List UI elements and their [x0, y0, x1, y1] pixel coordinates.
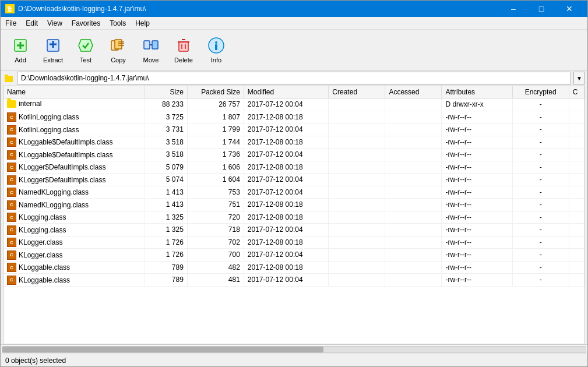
toolbar: Add Extract Test — [1, 30, 587, 70]
table-row[interactable]: C KLoggable.class7894822017-12-08 00:18-… — [3, 261, 585, 274]
extract-button[interactable]: Extract — [38, 32, 68, 68]
file-created-cell — [329, 161, 385, 174]
svg-rect-8 — [115, 40, 122, 49]
table-row[interactable]: internal88 23326 7572017-07-12 00:04D dr… — [3, 98, 585, 111]
status-bar: 0 object(s) selected — [1, 354, 587, 366]
table-row[interactable]: C KotlinLogging.class3 7311 7992017-07-1… — [3, 123, 585, 136]
menu-file[interactable]: File — [1, 18, 21, 29]
move-label: Move — [143, 57, 159, 63]
info-button[interactable]: Info — [201, 32, 231, 68]
delete-label: Delete — [174, 57, 193, 63]
copy-label: Copy — [111, 57, 126, 63]
file-name-cell: C NamedKLogging.class — [7, 188, 89, 197]
table-row[interactable]: C KotlinLogging.class3 7251 8072017-12-0… — [3, 111, 585, 123]
file-packed-cell: 700 — [187, 249, 244, 262]
file-name-cell: C KLogger$DefaultImpls.class — [7, 163, 105, 172]
delete-icon — [174, 36, 193, 55]
file-created-cell — [329, 199, 385, 211]
copy-button[interactable]: Copy — [103, 32, 133, 68]
table-row[interactable]: C KLogger.class1 7267022017-12-08 00:18-… — [3, 236, 585, 249]
table-row[interactable]: C NamedKLogging.class1 4137512017-12-08 … — [3, 199, 585, 211]
file-created-cell — [329, 224, 385, 237]
col-header-attributes[interactable]: Attributes — [442, 86, 512, 98]
menu-bar: File Edit View Favorites Tools Help — [1, 17, 587, 30]
col-header-c[interactable]: C — [569, 86, 584, 98]
file-size-cell: 5 074 — [145, 174, 188, 186]
extract-icon — [44, 36, 62, 55]
file-modified-cell: 2017-07-12 00:04 — [244, 98, 329, 111]
class-icon: C — [7, 263, 16, 272]
file-c-cell — [569, 236, 584, 249]
table-row[interactable]: C KLogging.class1 3257202017-12-08 00:18… — [3, 211, 585, 224]
address-dropdown[interactable]: ▼ — [573, 72, 585, 84]
file-attributes-cell: -rw-r--r-- — [442, 174, 512, 186]
main-window: 🗜 D:\Downloads\kotlin-logging-1.4.7.jar\… — [0, 0, 588, 367]
svg-rect-16 — [179, 42, 188, 51]
col-header-accessed[interactable]: Accessed — [385, 86, 442, 98]
file-c-cell — [569, 211, 584, 224]
file-encrypted-cell: - — [512, 199, 569, 211]
minimize-button[interactable]: – — [500, 1, 527, 17]
class-icon: C — [7, 276, 16, 285]
class-icon: C — [7, 225, 16, 235]
col-header-packed[interactable]: Packed Size — [187, 86, 244, 98]
file-encrypted-cell: - — [512, 123, 569, 136]
table-row[interactable]: C KLoggable$DefaultImpls.class3 5181 744… — [3, 136, 585, 149]
col-header-name[interactable]: Name — [3, 86, 145, 98]
col-header-encrypted[interactable]: Encrypted — [512, 86, 569, 98]
menu-edit[interactable]: Edit — [21, 18, 43, 29]
address-bar-icon — [3, 72, 15, 84]
table-row[interactable]: C KLoggable.class7894812017-07-12 00:04-… — [3, 274, 585, 287]
file-encrypted-cell: - — [512, 111, 569, 123]
file-accessed-cell — [385, 261, 442, 274]
address-bar[interactable]: D:\Downloads\kotlin-logging-1.4.7.jar\mu… — [17, 72, 571, 84]
app-icon: 🗜 — [5, 4, 15, 13]
file-name-cell: C KLoggable.class — [7, 263, 70, 272]
move-button[interactable]: Move — [136, 32, 166, 68]
file-c-cell — [569, 261, 584, 274]
close-button[interactable]: ✕ — [556, 1, 583, 17]
file-c-cell — [569, 161, 584, 174]
move-icon — [142, 36, 160, 55]
scrollbar-thumb[interactable] — [2, 347, 323, 352]
copy-icon — [109, 36, 128, 55]
folder-icon — [7, 100, 16, 108]
menu-tools[interactable]: Tools — [105, 18, 131, 29]
table-row[interactable]: C KLogger$DefaultImpls.class5 0741 60420… — [3, 174, 585, 186]
file-attributes-cell: -rw-r--r-- — [442, 261, 512, 274]
svg-rect-25 — [5, 75, 8, 76]
file-created-cell — [329, 111, 385, 123]
table-row[interactable]: C KLogging.class1 3257182017-07-12 00:04… — [3, 224, 585, 237]
file-created-cell — [329, 211, 385, 224]
delete-button[interactable]: Delete — [168, 32, 199, 68]
file-c-cell — [569, 111, 584, 123]
file-list-container[interactable]: Name Size Packed Size Modified Created A… — [3, 86, 585, 344]
table-row[interactable]: C NamedKLogging.class1 4137532017-07-12 … — [3, 186, 585, 199]
horizontal-scrollbar[interactable] — [2, 346, 586, 353]
class-icon: C — [7, 175, 16, 185]
file-encrypted-cell: - — [512, 98, 569, 111]
table-row[interactable]: C KLoggable$DefaultImpls.class3 5181 736… — [3, 149, 585, 161]
menu-view[interactable]: View — [43, 18, 67, 29]
file-encrypted-cell: - — [512, 224, 569, 237]
file-encrypted-cell: - — [512, 274, 569, 287]
table-row[interactable]: C KLogger.class1 7267002017-07-12 00:04-… — [3, 249, 585, 262]
menu-help[interactable]: Help — [131, 18, 154, 29]
file-name-cell: C KLogger.class — [7, 238, 62, 247]
file-accessed-cell — [385, 136, 442, 149]
file-size-cell: 1 413 — [145, 186, 188, 199]
class-icon: C — [7, 112, 16, 122]
file-name-cell: C KLoggable$DefaultImpls.class — [7, 137, 112, 147]
menu-favorites[interactable]: Favorites — [67, 18, 105, 29]
col-header-size[interactable]: Size — [145, 86, 188, 98]
file-packed-cell: 1 807 — [187, 111, 244, 123]
file-encrypted-cell: - — [512, 136, 569, 149]
test-button[interactable]: Test — [71, 32, 101, 68]
table-row[interactable]: C KLogger$DefaultImpls.class5 0791 60620… — [3, 161, 585, 174]
col-header-created[interactable]: Created — [329, 86, 385, 98]
file-accessed-cell — [385, 186, 442, 199]
add-button[interactable]: Add — [5, 32, 36, 68]
maximize-button[interactable]: □ — [528, 1, 555, 17]
col-header-modified[interactable]: Modified — [244, 86, 329, 98]
class-icon: C — [7, 125, 16, 135]
